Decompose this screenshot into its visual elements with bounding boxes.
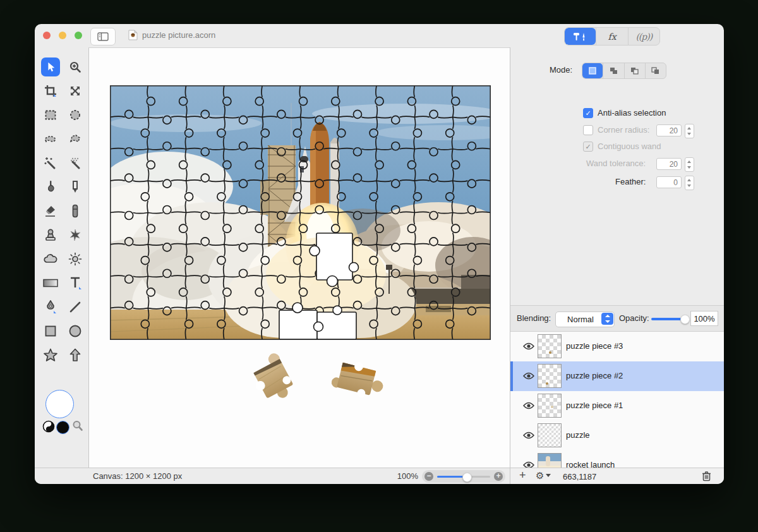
opacity-slider-knob[interactable] bbox=[680, 315, 690, 324]
resize-tool[interactable] bbox=[66, 82, 85, 100]
oval-select-tool[interactable] bbox=[66, 106, 85, 124]
layer-row-puzzle-piece-3[interactable]: puzzle piece #3 bbox=[510, 332, 724, 361]
puzzle-photo[interactable] bbox=[110, 85, 491, 340]
tool-palette bbox=[35, 47, 88, 468]
contiguous-wand-checkbox[interactable] bbox=[583, 142, 593, 152]
corner-radius-checkbox[interactable] bbox=[583, 125, 593, 135]
bw-color-well[interactable] bbox=[42, 420, 55, 435]
subtract-selection-icon bbox=[630, 66, 639, 75]
corner-radius-field[interactable] bbox=[656, 124, 682, 136]
visibility-eye-icon[interactable] bbox=[523, 402, 534, 409]
layer-row-puzzle[interactable]: puzzle bbox=[510, 421, 724, 450]
visibility-eye-icon[interactable] bbox=[523, 432, 534, 439]
zoom-tool[interactable] bbox=[66, 57, 85, 76]
visibility-eye-icon[interactable] bbox=[523, 342, 534, 350]
dodge-burn-tool[interactable] bbox=[66, 250, 85, 269]
move-tool[interactable] bbox=[41, 57, 60, 76]
clone-stamp-tool[interactable] bbox=[41, 226, 60, 245]
layer-row-puzzle-piece-2[interactable]: puzzle piece #2 bbox=[510, 361, 724, 391]
close-button[interactable] bbox=[43, 32, 51, 39]
heal-tool[interactable] bbox=[66, 226, 85, 245]
instant-alpha-tool[interactable] bbox=[66, 154, 85, 172]
filters-panel-segment[interactable]: fx bbox=[596, 28, 627, 45]
opacity-value-field[interactable]: 100% bbox=[690, 311, 718, 326]
cloud-tool[interactable] bbox=[41, 250, 60, 269]
pencil-tool[interactable] bbox=[66, 178, 85, 196]
mode-add-selection[interactable] bbox=[603, 63, 623, 78]
star-shape-tool[interactable] bbox=[41, 346, 60, 365]
magic-wand-tool[interactable] bbox=[41, 154, 60, 172]
loose-puzzle-piece-2[interactable] bbox=[330, 359, 388, 401]
layer-actions-button[interactable]: ⚙ bbox=[536, 470, 551, 481]
delete-layer-button[interactable] bbox=[702, 471, 711, 484]
blending-popup[interactable]: Normal bbox=[555, 311, 615, 327]
layer-row-rocket-launch[interactable]: rocket launch bbox=[510, 450, 724, 468]
line-tool[interactable] bbox=[66, 298, 85, 317]
zoom-slider-knob[interactable] bbox=[462, 473, 472, 482]
sidebar-toggle-button[interactable] bbox=[90, 28, 116, 45]
feather-field[interactable] bbox=[656, 176, 682, 188]
eraser-tool[interactable] bbox=[41, 202, 60, 221]
layer-name: puzzle piece #2 bbox=[566, 371, 623, 380]
polygon-select-tool[interactable] bbox=[66, 130, 85, 148]
polygon-select-icon bbox=[68, 133, 82, 145]
feather-stepper[interactable] bbox=[685, 176, 694, 190]
loupe-tool[interactable] bbox=[71, 420, 84, 435]
tools-panel-segment[interactable] bbox=[565, 28, 596, 45]
pen-tool[interactable] bbox=[41, 298, 60, 317]
blending-value: Normal bbox=[567, 315, 594, 324]
zoom-in-button[interactable]: + bbox=[494, 472, 503, 481]
resize-arrows-icon bbox=[69, 85, 81, 97]
window-title: puzzle picture.acorn bbox=[142, 30, 215, 40]
zoom-out-button[interactable]: − bbox=[424, 472, 433, 481]
layer-row-puzzle-piece-1[interactable]: puzzle piece #1 bbox=[510, 391, 724, 421]
acorn-document-icon bbox=[128, 30, 138, 40]
crop-tool[interactable] bbox=[41, 82, 60, 100]
feather-label: Feather: bbox=[615, 177, 646, 186]
visibility-eye-icon[interactable] bbox=[523, 461, 534, 468]
opacity-slider[interactable] bbox=[651, 318, 689, 320]
visibility-eye-icon[interactable] bbox=[523, 372, 534, 380]
rectangle-shape-tool[interactable] bbox=[41, 322, 60, 341]
new-selection-icon bbox=[588, 66, 597, 75]
zoom-icon bbox=[69, 61, 81, 73]
layer-thumbnail bbox=[538, 364, 562, 388]
gradient-tool[interactable] bbox=[41, 274, 60, 293]
stroke-color-well[interactable] bbox=[56, 421, 69, 434]
fullscreen-button[interactable] bbox=[75, 32, 82, 39]
anti-alias-checkbox[interactable] bbox=[583, 108, 593, 118]
text-tool[interactable] bbox=[66, 274, 85, 293]
canvas-view[interactable] bbox=[88, 47, 510, 468]
layer-thumbnail bbox=[538, 394, 562, 418]
soften-tool[interactable] bbox=[66, 202, 85, 221]
rectangle-icon bbox=[44, 325, 57, 337]
magic-wand-icon bbox=[44, 156, 57, 170]
brush-size-preview[interactable] bbox=[45, 390, 74, 418]
zoom-slider[interactable] bbox=[437, 476, 490, 478]
hammer-brush-icon bbox=[572, 32, 589, 42]
layer-thumbnail bbox=[538, 453, 562, 468]
sidebar-toggle-icon bbox=[97, 32, 109, 41]
layers-header: Blending: Normal Opacity: 100% bbox=[510, 305, 724, 332]
layer-name: rocket launch bbox=[566, 460, 615, 468]
brush-tool[interactable] bbox=[41, 178, 60, 196]
arrow-shape-tool[interactable] bbox=[66, 346, 85, 365]
oval-shape-tool[interactable] bbox=[66, 322, 85, 341]
rect-select-tool[interactable] bbox=[41, 106, 60, 124]
add-layer-button[interactable]: + bbox=[519, 469, 526, 482]
mode-new-selection[interactable] bbox=[582, 63, 603, 78]
wand-tolerance-stepper[interactable] bbox=[685, 157, 694, 172]
loose-puzzle-piece-1[interactable] bbox=[248, 353, 303, 406]
move-arrow-icon bbox=[45, 61, 56, 73]
mode-intersect-selection[interactable] bbox=[645, 63, 666, 78]
minimize-button[interactable] bbox=[59, 32, 66, 39]
mode-subtract-selection[interactable] bbox=[624, 63, 645, 78]
wand-tolerance-field[interactable] bbox=[656, 158, 682, 170]
layer-thumbnail bbox=[538, 423, 562, 447]
lasso-select-tool[interactable] bbox=[41, 130, 60, 148]
plugins-panel-segment[interactable]: ((p)) bbox=[628, 28, 659, 45]
pencil-icon bbox=[71, 180, 80, 194]
titlebar[interactable]: puzzle picture.acorn fx ((p)) bbox=[35, 24, 724, 47]
eraser-icon bbox=[44, 204, 57, 218]
corner-radius-stepper[interactable] bbox=[685, 124, 694, 138]
